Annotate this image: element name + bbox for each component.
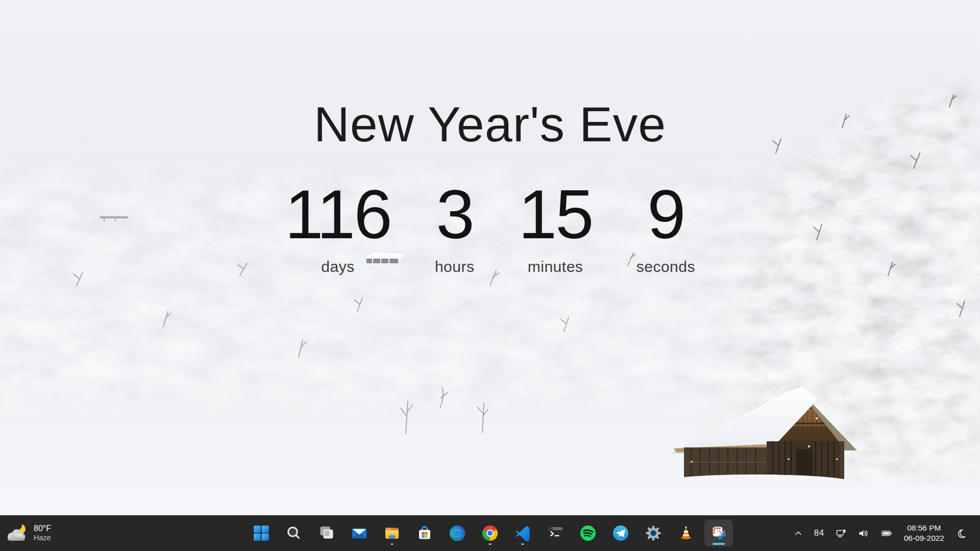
chrome-browser-icon [481,524,499,542]
snow-foreground [0,487,980,515]
telegram-icon [612,524,629,542]
file-explorer-folder-icon [383,524,401,542]
weather-widget[interactable]: 80°F Haze [5,515,51,551]
tray-battery-button[interactable] [879,528,894,539]
running-indicator [390,543,394,545]
windows-logo-icon [253,524,270,542]
terminal-icon [547,524,564,542]
tray-overflow-badge[interactable]: 84 [812,526,826,540]
chevron-up-icon [794,530,802,537]
edge-browser-icon [449,524,466,542]
settings-gear-icon [645,524,662,542]
taskbar-app-edge[interactable] [443,520,472,546]
taskbar-apps [247,515,733,551]
vscode-icon [514,524,531,542]
wallpaper [0,0,980,515]
taskbar-app-start[interactable] [247,520,276,546]
right-forest [694,15,980,464]
volume-icon [859,529,870,538]
weather-temperature: 80°F [34,523,51,534]
taskbar: 80°F Haze [0,515,980,551]
clock-date: 06-09-2022 [904,533,944,543]
ethernet-icon [836,529,847,538]
snipping-tool-icon [710,524,727,542]
weather-condition: Haze [34,534,51,543]
running-indicator [488,543,492,545]
tray-badge-text: 84 [814,528,824,538]
taskbar-app-file-explorer[interactable] [378,520,406,546]
tray-hidden-icons-button[interactable] [792,528,804,539]
taskbar-app-settings[interactable] [639,520,668,546]
taskbar-app-search[interactable] [280,520,308,546]
taskbar-app-chrome[interactable] [476,520,504,546]
taskbar-app-microsoft-store[interactable] [410,520,439,546]
tray-clock[interactable]: 08:56 PM 06-09-2022 [902,521,946,545]
weather-text: 80°F Haze [34,523,51,542]
task-view-icon [318,524,335,542]
spotify-icon [579,524,597,542]
battery-icon [881,530,892,537]
taskbar-app-task-view[interactable] [312,520,341,546]
microsoft-store-icon [416,524,433,542]
taskbar-app-vlc[interactable] [672,520,700,546]
taskbar-app-mail[interactable] [345,520,374,546]
desktop-screen: New Year's Eve 116 days 3 hours 15 minut… [0,0,980,551]
taskbar-app-snipping-tool[interactable] [704,520,733,546]
tray-network-button[interactable] [834,527,849,540]
tray-do-not-disturb-button[interactable] [954,527,968,540]
mail-envelope-icon [351,524,368,542]
taskbar-app-spotify[interactable] [574,520,602,546]
active-app-indicator [713,543,725,545]
clock-time: 08:56 PM [907,523,941,533]
system-tray: 84 [792,515,980,551]
taskbar-app-telegram[interactable] [606,520,635,546]
running-indicator [521,543,524,545]
tray-volume-button[interactable] [856,527,872,540]
taskbar-app-terminal[interactable] [541,520,570,546]
taskbar-app-vs-code[interactable] [508,520,537,546]
moon-cloud-icon [5,522,29,544]
do-not-disturb-moon-icon [956,529,966,538]
vlc-cone-icon [677,524,695,542]
search-icon [285,524,303,542]
